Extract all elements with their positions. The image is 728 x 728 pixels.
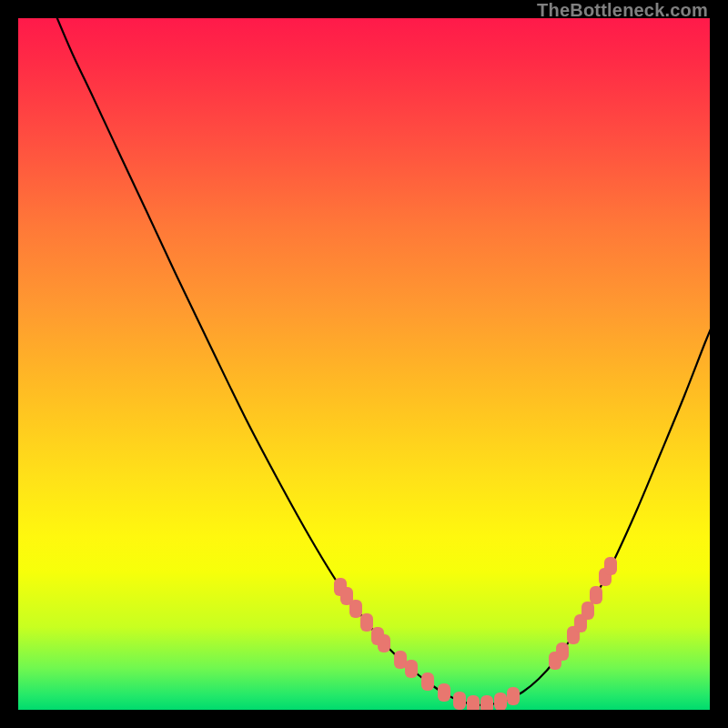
bottleneck-curve-line	[50, 18, 710, 705]
attribution-text: TheBottleneck.com	[537, 0, 708, 21]
curve-markers-group	[334, 557, 617, 710]
curve-marker	[453, 692, 466, 710]
curve-marker	[480, 695, 493, 710]
curve-marker	[378, 634, 390, 652]
curve-marker	[360, 613, 373, 632]
curve-marker	[349, 600, 362, 618]
curve-marker	[467, 695, 480, 710]
curve-marker	[494, 693, 507, 710]
curve-marker	[507, 687, 520, 705]
curve-marker	[581, 602, 594, 620]
curve-marker	[438, 683, 450, 702]
curve-marker	[394, 651, 407, 669]
curve-marker	[421, 672, 434, 691]
chart-plot-area	[18, 18, 710, 710]
curve-marker	[556, 642, 569, 661]
chart-svg	[18, 18, 710, 710]
curve-marker	[590, 586, 602, 604]
curve-marker	[405, 660, 418, 678]
curve-marker	[604, 557, 617, 575]
